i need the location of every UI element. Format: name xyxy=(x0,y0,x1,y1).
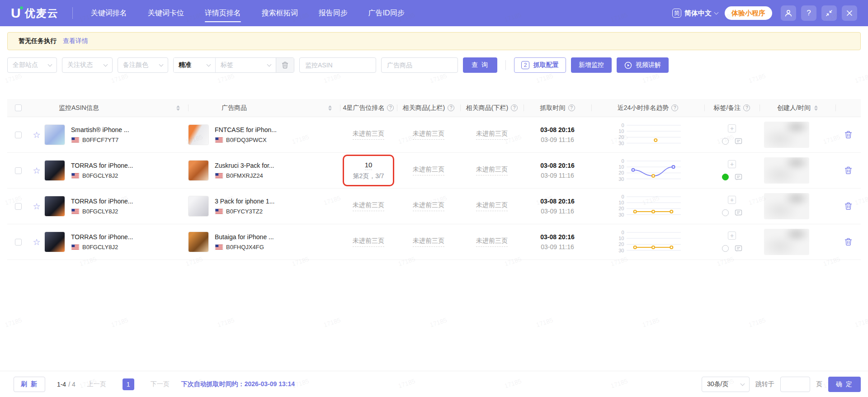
info-icon[interactable]: ? xyxy=(387,104,394,111)
info-icon[interactable]: ? xyxy=(671,104,678,111)
page-size-select[interactable]: 30条/页 xyxy=(702,377,750,392)
ad-asin-code: B0FYCY3TZ2 xyxy=(215,208,274,215)
add-tag-icon[interactable]: + xyxy=(728,232,736,240)
rank-trend-chart[interactable]: 0102030 xyxy=(615,123,681,147)
add-tag-icon[interactable]: + xyxy=(728,196,736,204)
info-icon[interactable]: ? xyxy=(448,104,454,111)
delete-row-button[interactable] xyxy=(844,131,852,139)
nav-item-2[interactable]: 关键词卡位 xyxy=(148,0,184,26)
column-header-rank[interactable]: 4星广告位排名? xyxy=(340,99,397,117)
row-checkbox[interactable] xyxy=(15,239,22,246)
add-monitor-button[interactable]: 新增监控 xyxy=(571,57,612,73)
ad-product-image[interactable] xyxy=(188,196,209,217)
monitor-product-title[interactable]: TORRAS for iPhone... xyxy=(71,162,133,169)
ad-product-title[interactable]: Zuskruci 3-Pack for... xyxy=(215,162,274,169)
refresh-button[interactable]: 刷 新 xyxy=(14,377,45,392)
notice-detail-link[interactable]: 查看详情 xyxy=(63,37,88,45)
row-checkbox[interactable] xyxy=(15,167,22,174)
delete-row-button[interactable] xyxy=(844,166,852,175)
capture-config-button[interactable]: 2 抓取配置 xyxy=(514,57,566,73)
rank-trend-chart[interactable]: 0102030 xyxy=(615,159,681,182)
column-header-rel_bot[interactable]: 相关商品(下栏)? xyxy=(460,99,524,117)
info-icon[interactable]: ? xyxy=(511,104,518,111)
favorite-star-icon[interactable]: ☆ xyxy=(29,237,44,247)
rank-trend-chart[interactable]: 0102030 xyxy=(615,194,681,218)
clear-tag-filter-button[interactable] xyxy=(276,58,294,72)
note-color-dot[interactable] xyxy=(722,138,729,145)
note-color-dot[interactable] xyxy=(722,245,729,252)
delete-row-button[interactable] xyxy=(844,202,852,210)
language-selector[interactable]: 简 简体中文 xyxy=(672,9,718,18)
search-button[interactable]: 查 询 xyxy=(463,57,497,73)
monitor-product-title[interactable]: TORRAS for iPhone... xyxy=(71,233,133,241)
ad-product-input[interactable] xyxy=(381,57,458,73)
close-button[interactable] xyxy=(842,5,857,21)
add-tag-icon[interactable]: + xyxy=(728,124,736,132)
memo-icon[interactable] xyxy=(735,209,742,217)
tag-select[interactable]: 标签 xyxy=(215,58,276,72)
memo-icon[interactable] xyxy=(735,137,742,145)
site-filter-select[interactable]: 全部站点 xyxy=(7,57,57,73)
note-color-dot[interactable] xyxy=(722,209,729,216)
nav-item-4[interactable]: 搜索框拓词 xyxy=(262,0,298,26)
rank-cell: 未进前三页 xyxy=(340,224,397,260)
memo-icon[interactable] xyxy=(735,245,742,252)
sort-icon[interactable] xyxy=(176,105,180,111)
row-checkbox[interactable] xyxy=(15,203,22,210)
confirm-button[interactable]: 确 定 xyxy=(828,377,861,392)
ad-product-image[interactable] xyxy=(188,124,209,145)
note-color-dot[interactable] xyxy=(722,174,729,180)
delete-row-button[interactable] xyxy=(844,238,852,246)
jump-page-input[interactable] xyxy=(780,377,810,392)
favorite-star-icon[interactable]: ☆ xyxy=(29,165,44,176)
column-header-trend[interactable]: 近24小时排名趋势? xyxy=(591,99,704,117)
column-header-asin[interactable]: 监控ASIN信息 xyxy=(29,99,188,117)
monitor-asin-input[interactable] xyxy=(299,57,376,73)
note-color-select[interactable]: 备注颜色 xyxy=(118,57,168,73)
nav-item-5[interactable]: 报告同步 xyxy=(319,0,348,26)
column-header-rel_top[interactable]: 相关商品(上栏)? xyxy=(397,99,460,117)
ad-product-image[interactable] xyxy=(188,232,209,252)
monitor-product-title[interactable]: TORRAS for iPhone... xyxy=(71,198,133,205)
monitor-product-image[interactable] xyxy=(44,160,65,181)
prev-page-button[interactable]: 上一页 xyxy=(87,380,106,388)
table-body: ☆Smartish® iPhone ...B0FFCF7YT7FNTCASE f… xyxy=(7,117,861,260)
favorite-star-icon[interactable]: ☆ xyxy=(29,201,44,212)
ad-product-title[interactable]: 3 Pack for iphone 1... xyxy=(215,198,274,205)
row-checkbox[interactable] xyxy=(15,132,22,138)
monitor-product-image[interactable] xyxy=(44,232,65,252)
nav-item-1[interactable]: 关键词排名 xyxy=(91,0,127,26)
nav-item-6[interactable]: 广告ID同步 xyxy=(368,0,405,26)
favorite-star-icon[interactable]: ☆ xyxy=(29,130,44,140)
match-type-select[interactable]: 精准 xyxy=(174,58,215,72)
monitor-product-title[interactable]: Smartish® iPhone ... xyxy=(71,126,129,133)
current-page-button[interactable]: 1 xyxy=(123,378,134,390)
mini-program-button[interactable]: 体验小程序 xyxy=(725,6,772,20)
rank-value[interactable]: 10第2页，3/7 xyxy=(353,161,384,180)
play-icon xyxy=(624,61,632,69)
monitor-product-image[interactable] xyxy=(44,196,65,217)
video-guide-button[interactable]: 视频讲解 xyxy=(617,57,669,73)
column-header-ad[interactable]: 广告商品 xyxy=(188,99,340,117)
column-header-time[interactable]: 抓取时间? xyxy=(524,99,591,117)
add-tag-icon[interactable]: + xyxy=(728,160,736,168)
next-page-button[interactable]: 下一页 xyxy=(151,380,170,388)
nav-item-3[interactable]: 详情页排名 xyxy=(205,0,241,26)
user-button[interactable] xyxy=(781,5,796,21)
ad-product-title[interactable]: FNTCASE for iPhon... xyxy=(215,126,277,133)
select-all-checkbox[interactable] xyxy=(15,104,22,111)
sort-icon[interactable] xyxy=(328,105,332,111)
monitor-product-image[interactable] xyxy=(44,124,65,145)
ad-product-image[interactable] xyxy=(188,160,209,181)
column-header-tags[interactable]: 标签/备注? xyxy=(704,99,760,117)
memo-icon[interactable] xyxy=(735,173,742,181)
info-icon[interactable]: ? xyxy=(568,104,575,111)
help-button[interactable]: ? xyxy=(801,5,816,21)
column-header-creator[interactable]: 创建人/时间 xyxy=(760,99,835,117)
follow-status-select[interactable]: 关注状态 xyxy=(62,57,113,73)
collapse-button[interactable] xyxy=(821,5,837,21)
info-icon[interactable]: ? xyxy=(743,104,750,111)
sort-icon[interactable] xyxy=(814,105,818,111)
ad-product-title[interactable]: Butaiga for iPhone ... xyxy=(215,233,274,241)
rank-trend-chart[interactable]: 0102030 xyxy=(615,230,681,254)
